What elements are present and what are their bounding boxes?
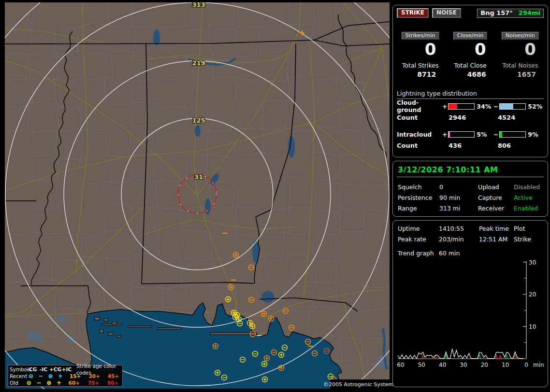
setting-value: 313 mi [439,205,478,212]
total-strikes-value: 8712 [397,70,444,78]
total-close-label: Total Close [447,62,493,69]
trend-series-intracloud [506,355,508,359]
x-tick-label: 20 [481,362,488,368]
stat-cell: 1410:55 [439,225,479,232]
noise-toggle-button[interactable]: NOISE [432,8,461,18]
x-tick-label: 40 [439,362,446,368]
age-30-label: 30+ [84,373,103,379]
setting-label: Capture [478,194,514,201]
cloud-ground-count-row: Count 2946 4524 [397,112,544,123]
settings-grid: Squelch0UploadDisabledPersistence90 minC… [397,183,544,212]
ring-distance-label: 219 [192,59,205,67]
bearing-value: Bng 157° [480,9,513,16]
age-90-label: 90+ [103,379,122,386]
age-15-label: 15+ [65,373,84,379]
cg-negative-bar [499,103,526,110]
setting-label: Persistence [398,194,439,201]
minus-icon: − [36,373,45,379]
total-noises-label: Total Noises [497,62,544,69]
app-window: 31321912531 Symbols -CG -IC +CG +IC Stri… [0,0,550,392]
ic-positive-pct: 5% [475,131,492,138]
uptime-stats-grid: Uptime1410:55Peak timePlotPeak rate203/m… [397,225,544,243]
legend-col-pos-ic: +IC [61,366,72,373]
strikes-per-min-chip: Strikes/min [402,32,439,40]
setting-status: Enabled [514,205,544,212]
stat-cell: 12:51 AM [479,236,514,243]
setting-label: Range [398,205,439,212]
count-label: Count [397,142,449,149]
stat-cell: Uptime [398,225,439,232]
legend-row-recent-label: Recent [10,373,26,379]
age-45-label: 45+ [103,373,122,379]
positive-sign: + [442,103,448,110]
lake [205,198,211,215]
y-tick-label: 10 [529,323,536,330]
legend-col-neg-ic: -IC [38,366,49,373]
stat-cell: Peak time [479,225,514,232]
setting-value: 90 min [439,194,478,201]
x-tick-label: 10 [502,362,509,368]
circle-minus-icon: ⊖ [24,379,34,386]
copyright-notice: ©2005 Astrogenic Systems [330,379,390,389]
setting-label: Receiver [478,205,514,212]
map-canvas[interactable]: 31321912531 [5,2,390,389]
legend-col-neg-cg: -CG [26,366,38,373]
lake [58,314,66,323]
noises-per-min-column: Noises/min 0 Total Noises 1657 [497,30,544,78]
stat-cell: Plot [514,225,544,232]
legend-symbols-title: Symbols [10,366,26,373]
stat-cell: Peak rate [398,236,439,243]
distribution-header: Lightning type distribution [397,90,544,99]
x-tick-label: 60 [397,362,404,368]
trend-panel: Uptime1410:55Peak timePlotPeak rate203/m… [392,220,548,387]
lake [261,291,274,303]
y-tick-label: 30 [529,260,536,266]
ic-positive-count: 436 [449,142,498,149]
total-strikes-label: Total Strikes [397,62,444,69]
noises-per-min-value: 0 [497,40,544,61]
total-noises-value: 1657 [497,70,544,78]
lake [288,136,295,158]
intracloud-count-row: Count 436 806 [397,140,544,151]
trend-series-strikes [398,349,523,359]
ring-distance-label: 125 [192,117,205,124]
map-viewport[interactable]: 31321912531 Symbols -CG -IC +CG +IC Stri… [5,2,390,389]
ic-negative-pct: 9% [526,131,544,138]
legend-row-old-label: Old [10,379,24,386]
setting-value: 0 [439,183,478,191]
close-per-min-value: 0 [447,40,493,61]
circle-plus-icon: ⊕ [45,373,55,379]
minus-icon: − [34,379,44,386]
stats-panel: STRIKE NOISE Bng 157°294mi Strikes/min 0… [392,5,548,157]
intracloud-row: Intracloud + 5% − 9% [397,128,544,140]
cg-positive-bar [448,103,475,110]
total-close-value: 4686 [447,70,493,78]
lake [195,125,201,137]
plus-icon: + [54,379,64,386]
x-tick-label: 50 [418,362,425,368]
strike-toggle-button[interactable]: STRIKE [397,8,429,18]
circle-minus-icon: ⊖ [26,373,36,379]
ic-negative-count: 806 [498,142,511,149]
legend-col-pos-cg: +CG [49,366,61,373]
cloud-ground-label: Cloud-ground [397,99,442,113]
trend-series-close [422,355,424,359]
strike-symbols-legend: Symbols -CG -IC +CG +IC Strike age color… [8,365,123,387]
setting-status: Disabled [514,183,544,191]
cg-negative-pct: 52% [526,103,544,110]
negative-sign: − [492,131,499,138]
x-axis-unit: min [533,362,544,368]
age-60-label: 60+ [64,379,83,386]
x-tick-label: 0 [524,362,528,368]
trend-series-close [499,355,502,359]
ring-distance-label: 31 [194,173,203,181]
ic-negative-bar [499,131,526,138]
ring-distance-label: 313 [192,2,205,8]
intracloud-label: Intracloud [397,131,442,138]
negative-sign: − [492,103,499,110]
positive-sign: + [442,131,448,138]
bearing-readout: Bng 157°294mi [477,9,544,18]
close-per-min-column: Close/min 0 Total Close 4686 [447,30,493,78]
cg-negative-count: 4524 [498,114,515,121]
plus-icon: + [56,373,65,379]
